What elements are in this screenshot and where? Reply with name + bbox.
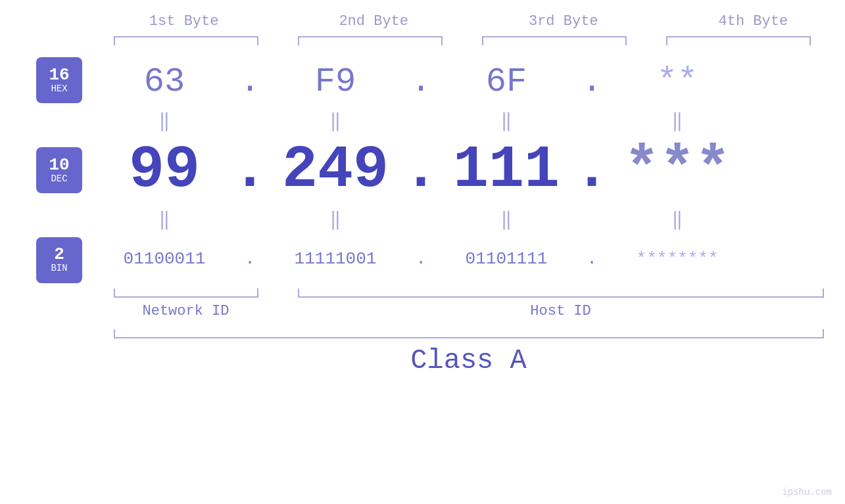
class-bracket-container xyxy=(107,329,831,338)
dec-badge: 10 DEC xyxy=(36,147,82,193)
badge-column: 16 HEX 10 DEC 2 BIN xyxy=(0,55,92,285)
host-id-label: Host ID xyxy=(298,303,824,319)
byte3-header: 3rd Byte xyxy=(491,13,636,30)
main-container: 1st Byte 2nd Byte 3rd Byte 4th Byte 16 H… xyxy=(0,0,845,504)
id-labels: Network ID Host ID xyxy=(107,303,831,319)
hex-dot1: . xyxy=(237,62,263,101)
eq2-b2: ‖ xyxy=(263,208,408,231)
network-id-label: Network ID xyxy=(114,303,258,319)
hex-b4-cell: ** xyxy=(605,62,750,101)
bin-b2-value: 11111001 xyxy=(295,249,377,269)
bin-b4-value: ******** xyxy=(637,249,719,269)
eq1-b2: ‖ xyxy=(263,110,408,132)
bin-b1-value: 01100011 xyxy=(124,249,206,269)
bin-row: 01100011 . 11111001 . 01101111 . xyxy=(92,233,815,285)
hex-b2-value: F9 xyxy=(315,62,356,101)
bin-badge-label: BIN xyxy=(51,263,67,274)
bin-dot2: . xyxy=(408,249,434,269)
byte1-header: 1st Byte xyxy=(112,13,256,30)
hex-b4-value: ** xyxy=(657,62,698,101)
bin-b3-value: 01101111 xyxy=(466,249,548,269)
equals-row-2: ‖ ‖ ‖ ‖ xyxy=(92,206,815,233)
eq2-b1: ‖ xyxy=(92,208,237,231)
eq1-b1: ‖ xyxy=(92,110,237,132)
dec-b2-cell: 249 xyxy=(263,137,408,204)
eq1-b3: ‖ xyxy=(434,110,579,132)
dec-b1-cell: 99 xyxy=(92,137,237,204)
top-brackets xyxy=(107,36,831,45)
bin-b3-cell: 01101111 xyxy=(434,249,579,269)
hex-b3-value: 6F xyxy=(486,62,527,101)
hex-row: 63 . F9 . 6F . ** xyxy=(92,55,815,108)
dec-b3-value: 111 xyxy=(453,137,560,204)
bin-dot1: . xyxy=(237,249,263,269)
bottom-brackets xyxy=(107,288,831,298)
dec-badge-label: DEC xyxy=(51,173,67,185)
dec-dot2: . xyxy=(408,137,434,204)
hex-b1-value: 63 xyxy=(144,62,185,101)
hex-b3-cell: 6F xyxy=(434,62,579,101)
hex-b1-cell: 63 xyxy=(92,62,237,101)
dec-b3-cell: 111 xyxy=(434,137,579,204)
bracket-byte3-top xyxy=(482,36,627,45)
bracket-byte4-top xyxy=(666,36,811,45)
hex-badge-num: 16 xyxy=(49,66,69,83)
equals-row-1: ‖ ‖ ‖ ‖ xyxy=(92,108,815,134)
dec-b4-cell: *** xyxy=(605,137,750,204)
bin-b4-cell: ******** xyxy=(605,249,750,269)
watermark: ipshu.com xyxy=(782,487,832,497)
dec-b2-value: 249 xyxy=(282,137,389,204)
bin-badge-num: 2 xyxy=(54,246,64,263)
byte-headers: 1st Byte 2nd Byte 3rd Byte 4th Byte xyxy=(107,13,831,30)
bin-b2-cell: 11111001 xyxy=(263,249,408,269)
bin-b1-cell: 01100011 xyxy=(92,249,237,269)
byte4-header: 4th Byte xyxy=(681,13,825,30)
eq2-b3: ‖ xyxy=(434,208,579,231)
hex-dot2: . xyxy=(408,62,434,101)
hex-b2-cell: F9 xyxy=(263,62,408,101)
bracket-hostid-bottom xyxy=(298,288,824,298)
content-area: 16 HEX 10 DEC 2 BIN 63 . xyxy=(0,55,845,285)
class-bracket-line xyxy=(114,329,824,338)
bin-dot3: . xyxy=(579,249,605,269)
hex-badge-label: HEX xyxy=(51,83,67,95)
dec-b4-value: *** xyxy=(624,137,731,204)
dec-dot1: . xyxy=(237,137,263,204)
dec-badge-num: 10 xyxy=(49,156,69,173)
bracket-byte1-top xyxy=(114,36,258,45)
dec-dot3: . xyxy=(579,137,605,204)
byte2-header: 2nd Byte xyxy=(301,13,446,30)
bracket-byte2-top xyxy=(298,36,443,45)
bracket-networkid-bottom xyxy=(114,288,258,298)
hex-dot3: . xyxy=(579,62,605,101)
class-label: Class A xyxy=(107,345,831,377)
bin-badge: 2 BIN xyxy=(36,237,82,283)
dec-row: 99 . 249 . 111 . *** xyxy=(92,134,815,206)
dec-b1-value: 99 xyxy=(129,137,200,204)
data-columns: 63 . F9 . 6F . ** xyxy=(92,55,815,285)
eq1-b4: ‖ xyxy=(605,110,750,132)
hex-badge: 16 HEX xyxy=(36,57,82,103)
eq2-b4: ‖ xyxy=(605,208,750,231)
